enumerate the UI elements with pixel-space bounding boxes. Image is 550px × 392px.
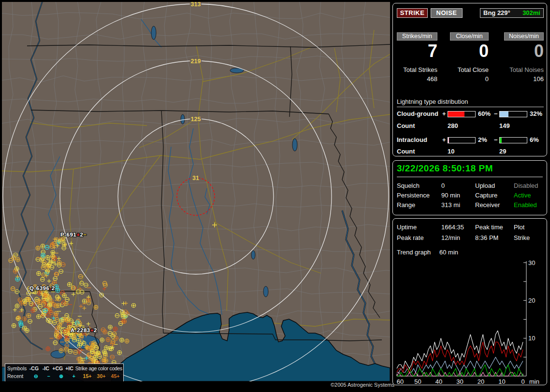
count-label: Count [397,122,415,129]
bearing-range: 302mi [522,9,540,17]
svg-text:A-2283+2: A-2283+2 [71,327,97,333]
svg-text:min: min [529,378,539,385]
cg-neg-pct: 32% [530,110,542,117]
strikes-per-min-value: 7 [397,41,437,61]
cg-pos-count: 280 [448,122,458,129]
map-canvas[interactable]: 31321912531P-691+2−Q-6396-2A-2283+2 Symb… [2,2,390,381]
status-panel: 3/22/2026 8:50:18 PM Squelch 0 Upload Di… [392,160,547,215]
svg-text:20: 20 [478,378,484,385]
divider [397,177,543,177]
upload-label: Upload [475,182,495,189]
legend-header: Symbols-CG-IC+CG+ICStrike age color code… [6,364,122,372]
range-label: Range [397,201,415,209]
capture-status: Active [514,192,531,199]
legend-row: Old⊖−⊕+60+75+90+ [6,380,122,381]
range-value: 313 mi [441,201,460,209]
svg-text:40: 40 [435,378,442,385]
total-noises-label: Total Noises [504,66,544,73]
cg-neg-bar [499,111,527,117]
datetime-display: 3/22/2026 8:50:18 PM [397,163,493,174]
svg-text:P-691+2−: P-691+2− [60,232,87,238]
cg-neg-count: 149 [499,122,510,129]
svg-text:31: 31 [192,175,199,182]
chip-close-per-min: Close/min [450,32,489,41]
persistence-value: 90 min [441,192,460,199]
cg-pos-bar [448,111,476,117]
svg-text:50: 50 [414,378,421,385]
peak-rate-label: Peak rate [397,234,424,241]
plus-sign: + [442,136,446,143]
strike-legend: Symbols-CG-IC+CG+ICStrike age color code… [5,364,124,381]
noises-per-min-value: 0 [504,41,544,61]
plot-label: Plot [514,224,524,231]
count-label: Count [397,148,415,155]
chip-strikes-per-min: Strikes/min [397,32,437,41]
svg-text:10: 10 [498,378,505,385]
trend-graph-label: Trend graph [397,249,431,256]
svg-text:30: 30 [528,259,535,266]
peak-time-label: Peak time [475,224,503,231]
strike-button[interactable]: STRIKE [397,8,428,18]
svg-text:60: 60 [397,378,404,385]
ic-pos-bar [448,137,476,143]
cloud-ground-label: Cloud-ground [397,110,438,117]
svg-text:Q-6396-2: Q-6396-2 [29,285,55,291]
minus-sign: − [494,136,498,143]
plus-sign: + [442,110,446,117]
svg-text:219: 219 [191,58,201,65]
uptime-label: Uptime [397,224,417,231]
close-per-min-value: 0 [450,41,489,61]
noise-button[interactable]: NOISE [431,8,463,18]
total-noises-value: 106 [504,75,544,83]
peak-time-value: 8:36 PM [475,234,498,241]
copyright-text: ©2005 Astrogenic Systems [331,382,394,388]
bearing-label: Bng 229° [483,9,510,17]
legend-age-header: Strike age color codes [75,364,122,372]
legend-row: Recent⊖−⊕+15+30+45+ [6,372,122,380]
capture-label: Capture [475,192,497,199]
squelch-label: Squelch [397,182,420,189]
minus-sign: − [494,110,498,117]
ic-neg-count: 29 [499,148,506,155]
receiver-label: Receiver [475,201,500,209]
ic-neg-pct: 6% [530,136,539,143]
peak-rate-value: 12/min [441,234,460,241]
total-close-label: Total Close [450,66,489,73]
total-strikes-value: 468 [397,75,437,83]
app-window: { "header": { "strike_label": "STRIKE", … [0,0,550,392]
trend-window-value: 60 min [439,249,458,256]
ic-pos-pct: 2% [478,136,487,143]
cg-pos-pct: 60% [478,110,491,117]
chip-noises-per-min: Noises/min [504,32,544,41]
total-strikes-label: Total Strikes [397,66,437,73]
trend-panel: Uptime 1664:35 Peak time Plot Peak rate … [392,218,547,385]
upload-status: Disabled [514,182,538,189]
svg-text:20: 20 [528,297,535,304]
bearing-readout: Bng 229° 302mi [480,8,544,18]
intracloud-label: Intracloud [397,136,427,143]
svg-text:313: 313 [191,2,201,8]
total-close-value: 0 [450,75,489,83]
svg-text:125: 125 [191,116,201,123]
persistence-label: Persistence [397,192,430,199]
uptime-value: 1664:35 [441,224,464,231]
svg-text:0: 0 [521,378,524,385]
receiver-status: Enabled [514,201,537,209]
plot-mode-value: Strike [514,234,530,241]
strike-stats-panel: STRIKE NOISE Bng 229° 302mi Strikes/min … [392,3,547,156]
trend-graph: 1020306050403020100min [395,258,545,385]
svg-text:30: 30 [456,378,463,385]
squelch-value: 0 [441,182,445,189]
ic-neg-bar [499,137,527,143]
ic-pos-count: 10 [448,148,454,155]
distribution-title: Lightning type distribution [397,98,544,107]
svg-text:10: 10 [528,335,535,342]
